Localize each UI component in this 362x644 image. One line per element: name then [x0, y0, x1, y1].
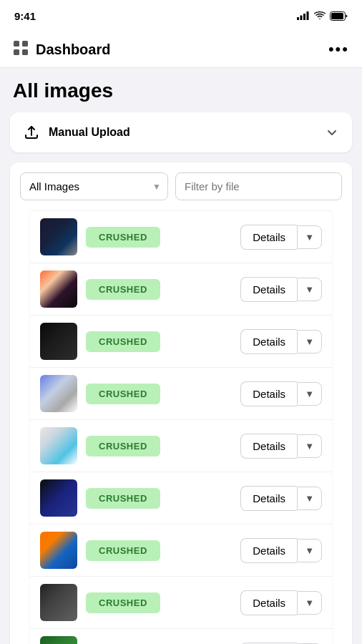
details-button[interactable]: Details: [240, 329, 297, 354]
svg-rect-0: [297, 17, 299, 20]
svg-rect-6: [14, 41, 19, 47]
more-options-button[interactable]: •••: [328, 40, 349, 59]
svg-rect-8: [14, 49, 19, 55]
image-filter-select-wrapper: All Images Crushed Pending Failed ▼: [20, 172, 168, 200]
upload-left: Manual Upload: [23, 124, 130, 141]
upload-label: Manual Upload: [49, 126, 130, 139]
dropdown-button[interactable]: ▼: [297, 225, 322, 249]
status-badge: CRUSHED: [86, 384, 160, 404]
app-header: Dashboard •••: [0, 31, 362, 68]
details-button[interactable]: Details: [240, 538, 297, 563]
row-actions: Details ▼: [240, 277, 322, 302]
grid-icon: [13, 40, 29, 59]
image-thumbnail: [40, 636, 77, 644]
image-thumbnail: [40, 323, 77, 360]
status-badge: CRUSHED: [86, 279, 160, 300]
dropdown-button[interactable]: ▼: [297, 278, 322, 301]
details-button[interactable]: Details: [240, 486, 297, 511]
svg-rect-5: [331, 13, 343, 19]
status-icons: [297, 11, 348, 21]
svg-rect-9: [22, 49, 28, 55]
dropdown-button[interactable]: ▼: [297, 539, 322, 562]
page-title: All images: [13, 79, 349, 102]
image-row: CRUSHED Details ▼: [30, 628, 332, 644]
row-actions: Details ▼: [240, 590, 322, 615]
row-actions: Details ▼: [240, 538, 322, 563]
status-badge: CRUSHED: [86, 488, 160, 509]
upload-card[interactable]: Manual Upload: [10, 112, 352, 152]
image-row: CRUSHED Details ▼: [30, 210, 332, 263]
image-row: CRUSHED Details ▼: [30, 367, 332, 419]
chevron-down-icon: [325, 125, 339, 140]
row-actions: Details ▼: [240, 329, 322, 354]
dropdown-button[interactable]: ▼: [297, 487, 322, 510]
filter-section: All Images Crushed Pending Failed ▼ CRUS…: [10, 162, 352, 644]
details-button[interactable]: Details: [240, 277, 297, 302]
signal-icon: [297, 11, 310, 20]
svg-rect-3: [307, 11, 309, 20]
image-filter-select[interactable]: All Images Crushed Pending Failed: [20, 172, 168, 200]
battery-icon: [330, 11, 348, 21]
svg-rect-1: [300, 16, 303, 21]
image-thumbnail: [40, 427, 77, 464]
image-thumbnail: [40, 375, 77, 412]
image-thumbnail: [40, 532, 77, 569]
status-time: 9:41: [14, 10, 36, 22]
row-actions: Details ▼: [240, 225, 322, 250]
status-badge: CRUSHED: [86, 436, 160, 457]
svg-rect-7: [22, 41, 28, 47]
details-button[interactable]: Details: [240, 381, 297, 406]
details-button[interactable]: Details: [240, 590, 297, 615]
image-thumbnail: [40, 218, 77, 255]
dropdown-button[interactable]: ▼: [297, 330, 322, 353]
image-row: CRUSHED Details ▼: [30, 524, 332, 576]
image-row: CRUSHED Details ▼: [30, 576, 332, 628]
page-title-section: All images: [0, 68, 362, 109]
details-button[interactable]: Details: [240, 434, 297, 459]
image-thumbnail: [40, 270, 77, 308]
details-button[interactable]: Details: [240, 225, 297, 250]
row-actions: Details ▼: [240, 486, 322, 511]
image-row: CRUSHED Details ▼: [30, 472, 332, 524]
dropdown-button[interactable]: ▼: [297, 591, 322, 615]
header-left: Dashboard: [13, 40, 110, 59]
image-thumbnail: [40, 479, 77, 517]
wifi-icon: [314, 11, 326, 20]
file-filter-input[interactable]: [175, 172, 342, 200]
row-actions: Details ▼: [240, 381, 322, 406]
status-badge: CRUSHED: [86, 227, 160, 248]
dropdown-button[interactable]: ▼: [297, 382, 322, 406]
status-badge: CRUSHED: [86, 331, 160, 352]
dropdown-button[interactable]: ▼: [297, 434, 322, 458]
upload-icon: [23, 124, 40, 141]
image-row: CRUSHED Details ▼: [30, 315, 332, 367]
status-bar: 9:41: [0, 0, 362, 31]
header-title: Dashboard: [36, 42, 110, 58]
image-row: CRUSHED Details ▼: [30, 263, 332, 315]
status-badge: CRUSHED: [86, 540, 160, 561]
row-actions: Details ▼: [240, 434, 322, 459]
image-row: CRUSHED Details ▼: [30, 419, 332, 472]
image-thumbnail: [40, 584, 77, 621]
filter-row: All Images Crushed Pending Failed ▼: [20, 172, 342, 200]
image-list: CRUSHED Details ▼ CRUSHED Details ▼ CRUS…: [30, 210, 332, 644]
status-badge: CRUSHED: [86, 592, 160, 613]
svg-rect-2: [303, 14, 305, 20]
